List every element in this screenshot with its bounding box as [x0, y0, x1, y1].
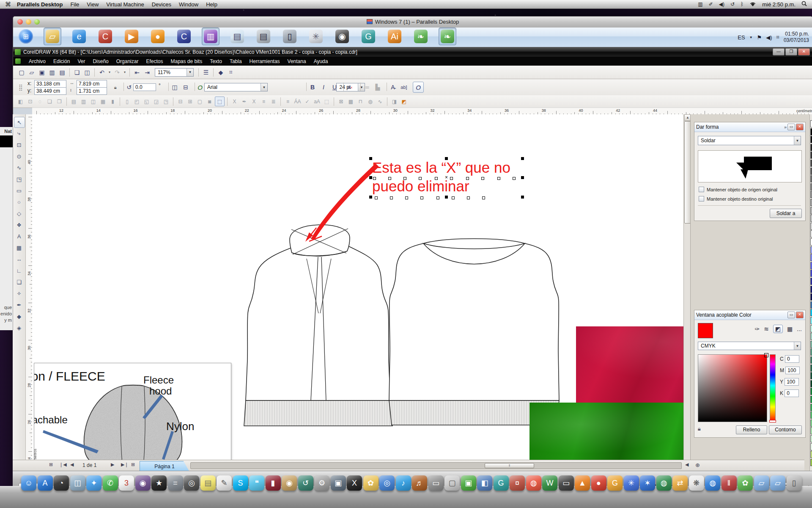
weld-to-button[interactable]: Soldar a — [770, 209, 802, 218]
palette-swatch-27[interactable] — [810, 333, 812, 340]
palette-swatch-12[interactable] — [810, 215, 812, 222]
text-node-marker[interactable] — [420, 196, 423, 199]
dock-pomodoro-app[interactable]: ● — [591, 475, 606, 491]
corel-menu-efectos[interactable]: Efectos — [142, 58, 167, 64]
zoom-tool[interactable]: ⊙ — [14, 151, 24, 161]
volume-icon[interactable]: ◀) — [719, 1, 724, 7]
secondary-tool-15[interactable]: ⊟ — [176, 97, 185, 106]
palette-swatch-25[interactable] — [810, 317, 812, 324]
drawing-canvas[interactable]: Esta es la “X” que no puedo eliminar × — [32, 114, 690, 476]
corel-menu-ventana[interactable]: Ventana — [284, 58, 310, 64]
palette-swatch-38[interactable] — [810, 420, 812, 427]
selected-text-object[interactable]: Esta es la “X” que no puedo eliminar × — [370, 158, 524, 197]
palette-swatch-1[interactable] — [810, 128, 812, 135]
dock-g-app[interactable]: G — [607, 475, 623, 491]
palette-swatch-10[interactable] — [810, 199, 812, 206]
dock-x11[interactable]: X — [347, 475, 362, 491]
save-as-icon[interactable]: ▥ — [47, 68, 57, 77]
rectangle-tool[interactable]: ▭ — [14, 185, 24, 196]
secondary-tool-21[interactable]: ✒ — [240, 97, 249, 106]
quicklaunch-media-device[interactable]: ▯ — [281, 28, 298, 45]
text-node-marker[interactable] — [373, 177, 376, 180]
secondary-tool-8[interactable]: ▦ — [99, 97, 107, 106]
palette-swatch-0[interactable]: ✕ — [810, 120, 812, 127]
dock-folder-docs[interactable]: ▱ — [770, 475, 785, 491]
drop-cap-button[interactable]: ▙ — [373, 83, 382, 92]
corel-menu-archivo[interactable]: Archivo — [25, 58, 49, 64]
palette-swatch-40[interactable] — [810, 435, 812, 442]
dock-photo-booth[interactable]: ◉ — [135, 475, 151, 491]
text-alignment-button[interactable]: ≡x — [345, 83, 354, 92]
color-palettes-icon[interactable]: ▦ — [787, 326, 793, 332]
lock-ratio-icon[interactable]: 🔒︎ — [111, 83, 120, 92]
character-formatting-button[interactable]: A̵ — [388, 83, 398, 92]
secondary-tool-36[interactable]: ◩ — [400, 97, 409, 106]
parallels-titlebar[interactable]: Windows 7 (1) – Parallels Desktop — [13, 17, 812, 28]
text-node-marker[interactable] — [481, 177, 484, 180]
dock-safari[interactable]: ✦ — [86, 475, 102, 491]
text-tool[interactable]: A — [14, 231, 24, 241]
quicklaunch-camera-app[interactable]: ◉ — [334, 28, 351, 45]
underline-button[interactable]: U — [330, 83, 339, 92]
text-node-marker[interactable] — [497, 177, 500, 180]
dock-media-converter[interactable]: ⇄ — [672, 475, 688, 491]
corel-menu-herramientas[interactable]: Herramientas — [246, 58, 284, 64]
dock-chrome[interactable]: ◍ — [526, 475, 541, 491]
font-name-combo[interactable]: Arial▼ — [204, 83, 268, 91]
apple-menu-icon[interactable]: ⌘ — [5, 1, 11, 8]
color-eyedropper-tool[interactable]: ✧ — [14, 288, 24, 298]
quicklaunch-internet-explorer[interactable]: e — [71, 28, 88, 45]
tray-network-icon[interactable]: ⌗ — [776, 34, 779, 41]
basic-shapes-tool[interactable]: ❖ — [14, 220, 24, 230]
dock-globe-app[interactable]: ◍ — [656, 475, 672, 491]
quicklaunch-corel-app[interactable]: ❧ — [412, 28, 429, 45]
menubar-clock[interactable]: mié 2:50 p.m. — [762, 1, 796, 8]
palette-swatch-8[interactable] — [810, 183, 812, 190]
palette-swatch-43[interactable] — [810, 459, 812, 466]
more-options-icon[interactable]: ... — [797, 326, 802, 332]
add-page-icon-2[interactable]: ⊞ — [131, 462, 135, 467]
palette-swatch-33[interactable] — [810, 380, 812, 387]
mirror-horizontal-icon[interactable]: ◫ — [170, 83, 179, 92]
selection-handle[interactable] — [445, 196, 448, 199]
secondary-tool-35[interactable]: ◨ — [390, 97, 399, 106]
palette-swatch-9[interactable] — [810, 191, 812, 198]
quicklaunch-printer[interactable]: ▤ — [255, 28, 272, 45]
outline-pen-tool[interactable]: ✒ — [14, 300, 24, 310]
corel-menu-texto[interactable]: Texto — [206, 58, 226, 64]
palette-swatch-17[interactable] — [810, 254, 812, 261]
docker-minimize-button[interactable]: ▭ — [787, 124, 795, 130]
text-properties-button[interactable]: O — [413, 82, 424, 93]
dock-backpack-app[interactable]: ◧ — [477, 475, 492, 491]
interactive-fill-tool[interactable]: ◈ — [14, 323, 24, 333]
text-node-marker[interactable] — [435, 177, 438, 180]
quicklaunch-corel-app-2[interactable]: ❧ — [439, 28, 456, 45]
undo-caret-icon[interactable]: ▾ — [107, 68, 112, 77]
undo-icon[interactable]: ↶ — [97, 68, 107, 77]
palette-swatch-42[interactable] — [810, 451, 812, 458]
coreldraw-titlebar[interactable]: CorelDRAW X6 (64 Bit) - [C:\Users\Admini… — [13, 47, 812, 57]
y-position-field[interactable]: 38.449 cm — [34, 87, 66, 95]
width-field[interactable]: 7.819 cm — [77, 80, 107, 88]
pen-tablet-icon[interactable]: ✐ — [709, 1, 713, 7]
palette-swatch-13[interactable] — [810, 223, 812, 230]
text-node-marker[interactable] — [388, 177, 391, 180]
palette-swatch-34[interactable] — [810, 388, 812, 395]
page-tab[interactable]: Página 1 — [140, 461, 189, 472]
quicklaunch-corel-capture[interactable]: G — [360, 28, 377, 45]
palette-swatch-23[interactable] — [810, 301, 812, 309]
table-tool[interactable]: ▦ — [14, 243, 24, 253]
copy-icon[interactable]: ❏ — [72, 68, 82, 77]
red-fabric-swatch[interactable] — [576, 326, 690, 403]
dock-scanner-app[interactable]: ▭ — [428, 475, 444, 491]
checkbox-icon[interactable] — [699, 196, 704, 202]
edit-text-button[interactable]: ab] — [399, 83, 409, 92]
secondary-tool-12[interactable]: ◱ — [142, 97, 151, 106]
corel-menu-ayuda[interactable]: Ayuda — [310, 58, 332, 64]
paste-icon[interactable]: ◫ — [82, 68, 92, 77]
dock-toaster-app[interactable]: ▢ — [444, 475, 460, 491]
dock-front-row[interactable]: ★ — [151, 475, 167, 491]
secondary-tool-26[interactable]: ÁA — [293, 97, 302, 106]
secondary-tool-30[interactable]: ⊠ — [337, 97, 346, 106]
secondary-tool-18[interactable]: ◙ — [205, 97, 214, 106]
